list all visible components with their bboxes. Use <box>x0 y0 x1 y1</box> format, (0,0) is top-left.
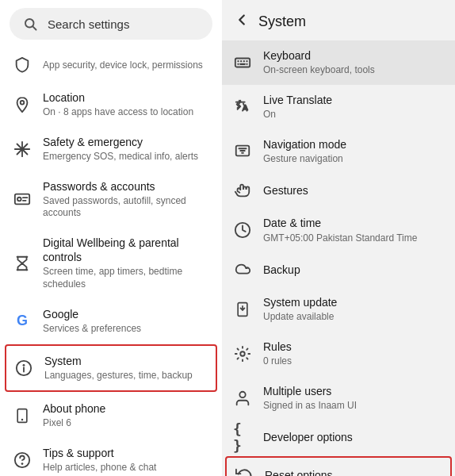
navigation-icon <box>233 141 252 160</box>
svg-line-1 <box>32 26 36 29</box>
right-item-live-translate[interactable]: Live Translate On <box>222 85 455 129</box>
system-update-text: System update Update available <box>263 295 444 324</box>
settings-item-location[interactable]: Location On · 8 apps have access to loca… <box>0 83 222 127</box>
live-translate-subtitle: On <box>263 109 444 121</box>
reset-options-title: Reset options <box>265 468 442 476</box>
safety-title: Safety & emergency <box>43 135 209 149</box>
settings-item-google[interactable]: G Google Services & preferences <box>0 299 222 344</box>
settings-item-tips[interactable]: Tips & support Help articles, phone & ch… <box>0 438 222 476</box>
hourglass-icon <box>13 254 32 273</box>
right-header: System <box>222 0 455 40</box>
backup-title: Backup <box>263 263 444 277</box>
tips-subtitle: Help articles, phone & chat <box>43 462 209 474</box>
right-item-system-update[interactable]: System update Update available <box>222 287 455 332</box>
gesture-icon <box>233 181 252 200</box>
keyboard-subtitle: On-screen keyboard, tools <box>263 64 444 77</box>
location-text: Location On · 8 apps have access to loca… <box>43 90 209 119</box>
multiple-users-subtitle: Signed in as Inaam UI <box>263 400 444 413</box>
right-items-list: Keyboard On-screen keyboard, tools Live … <box>222 40 455 476</box>
tips-text: Tips & support Help articles, phone & ch… <box>43 446 209 474</box>
settings-item-digital-wellbeing[interactable]: Digital Wellbeing & parental controls Sc… <box>0 228 222 299</box>
left-panel: Search settings App security, device loc… <box>0 0 222 476</box>
digital-wellbeing-subtitle: Screen time, app timers, bedtime schedul… <box>43 266 209 290</box>
safety-subtitle: Emergency SOS, medical info, alerts <box>43 151 209 163</box>
settings-item-safety[interactable]: Safety & emergency Emergency SOS, medica… <box>0 127 222 171</box>
back-arrow-icon[interactable] <box>233 11 250 33</box>
developer-options-text: Developer options <box>263 430 444 444</box>
tips-title: Tips & support <box>43 446 209 460</box>
right-item-rules[interactable]: Rules 0 rules <box>222 332 455 376</box>
right-item-gestures[interactable]: Gestures <box>222 173 455 208</box>
gestures-title: Gestures <box>263 183 444 198</box>
keyboard-icon <box>233 53 252 72</box>
keyboard-text: Keyboard On-screen keyboard, tools <box>263 48 444 77</box>
reset-options-text: Reset options <box>265 468 442 476</box>
clock-icon <box>233 221 252 240</box>
digital-wellbeing-title: Digital Wellbeing & parental controls <box>43 236 209 264</box>
passwords-title: Passwords & accounts <box>43 179 209 194</box>
search-bar[interactable]: Search settings <box>10 8 212 40</box>
google-text: Google Services & preferences <box>43 307 209 336</box>
reset-icon <box>235 466 254 476</box>
system-title: System <box>44 354 208 368</box>
right-item-multiple-users[interactable]: Multiple users Signed in as Inaam UI <box>222 376 455 420</box>
backup-text: Backup <box>263 263 444 277</box>
safety-text: Safety & emergency Emergency SOS, medica… <box>43 135 209 163</box>
passwords-text: Passwords & accounts Saved passwords, au… <box>43 179 209 220</box>
person-icon <box>233 389 252 408</box>
date-time-title: Date & time <box>263 216 444 230</box>
shield-icon <box>13 56 32 75</box>
location-title: Location <box>43 90 209 105</box>
settings-item-passwords[interactable]: Passwords & accounts Saved passwords, au… <box>0 171 222 228</box>
search-input-label: Search settings <box>48 17 129 31</box>
google-subtitle: Services & preferences <box>43 323 209 336</box>
system-subtitle: Languages, gestures, time, backup <box>44 370 208 382</box>
passwords-subtitle: Saved passwords, autofill, synced accoun… <box>43 195 209 220</box>
system-update-subtitle: Update available <box>263 311 444 324</box>
app-security-text: App security, device lock, permissions <box>43 58 209 72</box>
location-icon <box>13 95 32 114</box>
rules-text: Rules 0 rules <box>263 340 444 368</box>
settings-item-about-phone[interactable]: About phone Pixel 6 <box>0 393 222 438</box>
app-security-subtitle: App security, device lock, permissions <box>43 60 209 72</box>
live-translate-title: Live Translate <box>263 93 444 107</box>
cloud-icon <box>233 260 252 279</box>
right-item-keyboard[interactable]: Keyboard On-screen keyboard, tools <box>222 40 455 85</box>
right-item-backup[interactable]: Backup <box>222 252 455 287</box>
phone-icon <box>13 406 32 425</box>
right-item-date-time[interactable]: Date & time GMT+05:00 Pakistan Standard … <box>222 208 455 252</box>
digital-wellbeing-text: Digital Wellbeing & parental controls Sc… <box>43 236 209 291</box>
live-translate-text: Live Translate On <box>263 93 444 121</box>
person-card-icon <box>13 190 32 209</box>
asterisk-icon <box>13 140 32 159</box>
system-text: System Languages, gestures, time, backup <box>44 354 208 382</box>
keyboard-title: Keyboard <box>263 48 444 63</box>
multiple-users-text: Multiple users Signed in as Inaam UI <box>263 384 444 413</box>
right-item-developer-options[interactable]: { } Developer options <box>222 420 455 455</box>
navigation-mode-subtitle: Gesture navigation <box>263 153 444 166</box>
about-phone-subtitle: Pixel 6 <box>43 417 209 430</box>
brackets-icon: { } <box>233 428 252 447</box>
info-circle-icon <box>14 359 33 378</box>
settings-item-app-security[interactable]: App security, device lock, permissions <box>0 48 222 83</box>
multiple-users-title: Multiple users <box>263 384 444 398</box>
location-subtitle: On · 8 apps have access to location <box>43 106 209 119</box>
date-time-subtitle: GMT+05:00 Pakistan Standard Time <box>263 232 444 245</box>
right-item-navigation-mode[interactable]: Navigation mode Gesture navigation <box>222 129 455 174</box>
settings-list: App security, device lock, permissions L… <box>0 48 222 476</box>
right-panel: System Keyboard On-screen keyboard, tool <box>222 0 455 476</box>
navigation-mode-title: Navigation mode <box>263 137 444 152</box>
google-icon: G <box>13 311 32 330</box>
svg-point-33 <box>240 351 245 356</box>
question-icon <box>13 451 32 470</box>
settings-item-system[interactable]: System Languages, gestures, time, backup <box>5 344 217 392</box>
google-title: Google <box>43 307 209 321</box>
svg-rect-18 <box>235 58 250 67</box>
date-time-text: Date & time GMT+05:00 Pakistan Standard … <box>263 216 444 244</box>
rules-icon <box>233 344 252 363</box>
svg-point-2 <box>21 101 25 105</box>
right-item-reset-options[interactable]: Reset options <box>225 456 452 476</box>
gestures-text: Gestures <box>263 183 444 198</box>
translate-icon <box>233 98 252 117</box>
system-update-title: System update <box>263 295 444 309</box>
